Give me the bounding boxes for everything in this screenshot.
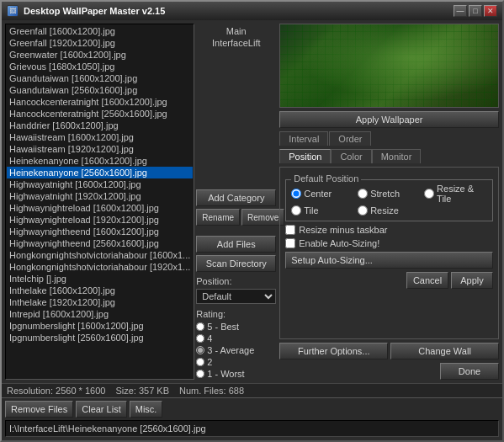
path-bar: I:\InterfaceLift\Heinekenanyone [2560x16… (5, 420, 499, 437)
list-item[interactable]: Heinekenanyone [2560x1600].jpg (7, 167, 193, 178)
position-radio-grid: Center Stretch Resize & Tile Tile (291, 184, 487, 216)
preview-box (279, 24, 499, 108)
list-item[interactable]: Highwaynightheend [2560x1600].jpg (7, 237, 193, 249)
title-bar-buttons: — □ ✕ (454, 5, 497, 17)
rating-3-label: 3 - Average (207, 345, 254, 355)
list-item[interactable]: Greenfall [1920x1200].jpg (7, 37, 193, 49)
tab-order[interactable]: Order (329, 131, 371, 146)
misc-button[interactable]: Misc. (130, 401, 163, 418)
list-item[interactable]: Highwaynightheend [1600x1200].jpg (7, 226, 193, 237)
position-center-label: Center (304, 189, 332, 199)
file-list[interactable]: Greenfall [1600x1200].jpgGreenfall [1920… (5, 24, 194, 380)
position-stretch-radio[interactable] (358, 189, 368, 199)
rename-button[interactable]: Rename (196, 209, 240, 226)
tab-interval[interactable]: Interval (279, 131, 328, 146)
position-tile-radio[interactable] (291, 205, 301, 216)
list-item[interactable]: Hongkongnightshotvictoriahabour [1600x1.… (7, 249, 193, 261)
rating-4-radio[interactable] (196, 334, 204, 343)
further-options-button[interactable]: Further Options... (279, 343, 388, 359)
rating-5-radio[interactable] (196, 322, 204, 331)
list-item[interactable]: Ipgnumberslight [1600x1200].jpg (7, 320, 193, 332)
add-category-button[interactable]: Add Category (196, 189, 276, 206)
remove-files-button[interactable]: Remove Files (5, 401, 73, 418)
clear-list-button[interactable]: Clear List (76, 401, 126, 418)
list-container: Greenfall [1600x1200].jpgGreenfall [1920… (5, 24, 276, 380)
list-item[interactable]: Ipgnumberslight [2560x1600].jpg (7, 332, 193, 343)
rating-3-radio[interactable] (196, 346, 204, 354)
list-item[interactable]: Hancockcenteratnight [2560x1600].jpg (7, 108, 193, 120)
resolution-status: Resolution: 2560 * 1600 (7, 386, 105, 396)
list-item[interactable]: Inthelake [1600x1200].jpg (7, 285, 193, 296)
status-bar: Resolution: 2560 * 1600 Size: 357 KB Num… (2, 383, 502, 397)
position-tile-label: Tile (304, 205, 318, 216)
done-button[interactable]: Done (440, 363, 499, 380)
preview-image (280, 24, 498, 107)
subtab-monitor[interactable]: Monitor (372, 149, 422, 163)
subtab-color[interactable]: Color (331, 149, 371, 163)
list-item[interactable]: Hawaiistream [1600x1200].jpg (7, 131, 193, 143)
rating-4-label: 4 (207, 333, 212, 343)
window-title: Desktop WallPaper Master v2.15 (24, 6, 448, 16)
position-resize-radio[interactable] (358, 205, 368, 216)
position-select[interactable]: Default (196, 289, 276, 304)
list-item[interactable]: Highwayatnight [1920x1200].jpg (7, 190, 193, 202)
bottom-bar: Remove Files Clear List Misc. (2, 397, 502, 420)
position-resize-tile-radio[interactable] (424, 189, 434, 199)
list-item[interactable]: Guandutaiwan [1600x1200].jpg (7, 72, 193, 84)
rating-1-radio[interactable] (196, 370, 204, 378)
minimize-button[interactable]: — (454, 5, 467, 17)
enable-autosizing-label: Enable Auto-Sizing! (299, 238, 379, 248)
rating-1-label: 1 - Worst (207, 369, 244, 379)
position-color-monitor-tabs: Position Color Monitor (279, 149, 499, 163)
main-label: MainInterfaceLift (196, 25, 276, 50)
list-item[interactable]: Hongkongnightshotvictoriahabour [1920x1.… (7, 261, 193, 273)
change-wall-button[interactable]: Change Wall (390, 343, 499, 359)
num-files-status: Num. Files: 688 (179, 386, 244, 396)
right-buttons-panel: MainInterfaceLift Add Category Rename Re… (196, 24, 276, 380)
list-item[interactable]: Hawaiistream [1920x1200].jpg (7, 143, 193, 155)
subtab-position[interactable]: Position (279, 149, 331, 163)
list-item[interactable]: Inthelake [1920x1200].jpg (7, 296, 193, 308)
scan-directory-button[interactable]: Scan Directory (196, 255, 276, 272)
list-item[interactable]: Greenwater [1600x1200].jpg (7, 49, 193, 61)
left-panel: Greenfall [1600x1200].jpgGreenfall [1920… (5, 24, 276, 380)
setup-autosizing-button[interactable]: Setup Auto-Sizing... (285, 252, 493, 269)
resize-taskbar-label: Resize minus taskbar (299, 225, 387, 235)
settings-panel: Default Position Center Stretch Resiz (279, 167, 499, 339)
app-icon: 🖼 (7, 5, 19, 17)
maximize-button[interactable]: □ (469, 5, 482, 17)
path-text: I:\InterfaceLift\Heinekenanyone [2560x16… (9, 423, 206, 434)
cancel-button[interactable]: Cancel (406, 272, 448, 289)
resize-taskbar-checkbox[interactable] (285, 225, 295, 235)
apply-button[interactable]: Apply (451, 272, 493, 289)
apply-wallpaper-button[interactable]: Apply Wallpaper (279, 111, 499, 128)
list-item[interactable]: Highwayatnight [1600x1200].jpg (7, 178, 193, 190)
list-item[interactable]: Hancockcenteratnight [1600x1200].jpg (7, 96, 193, 108)
remove-button[interactable]: Remove (241, 209, 284, 226)
list-item[interactable]: Heinekenanyone [1600x1200].jpg (7, 155, 193, 167)
main-content: Greenfall [1600x1200].jpgGreenfall [1920… (2, 20, 502, 383)
list-item[interactable]: Highwaynightreload [1920x1200].jpg (7, 214, 193, 226)
position-center-radio[interactable] (291, 189, 301, 199)
further-change-row: Further Options... Change Wall (279, 343, 499, 359)
resize-taskbar-row: Resize minus taskbar (285, 225, 493, 235)
rating-2-radio[interactable] (196, 358, 204, 366)
rating-2-label: 2 (207, 357, 212, 367)
position-label: Position: (196, 276, 231, 286)
list-item[interactable]: Handdrier [1600x1200].jpg (7, 120, 193, 131)
title-bar: 🖼 Desktop WallPaper Master v2.15 — □ ✕ (2, 2, 502, 20)
list-item[interactable]: Grievous [1680x1050].jpg (7, 61, 193, 72)
list-item[interactable]: Highwaynightreload [1600x1200].jpg (7, 202, 193, 214)
add-files-button[interactable]: Add Files (196, 236, 276, 253)
rating-5-label: 5 - Best (207, 322, 239, 332)
close-button[interactable]: ✕ (484, 5, 497, 17)
list-item[interactable]: Intelchip [].jpg (7, 273, 193, 285)
default-position-label: Default Position (291, 173, 361, 184)
enable-autosizing-checkbox[interactable] (285, 238, 295, 248)
size-status: Size: 357 KB (115, 386, 169, 396)
rating-section: Rating: 5 - Best 4 3 - Average 2 1 - Wor… (196, 309, 276, 380)
list-item[interactable]: Guandutaiwan [2560x1600].jpg (7, 84, 193, 96)
list-item[interactable]: Intrepid [1600x1200].jpg (7, 308, 193, 320)
list-item[interactable]: Greenfall [1600x1200].jpg (7, 25, 193, 37)
right-panel: Apply Wallpaper Interval Order Position … (279, 24, 499, 380)
